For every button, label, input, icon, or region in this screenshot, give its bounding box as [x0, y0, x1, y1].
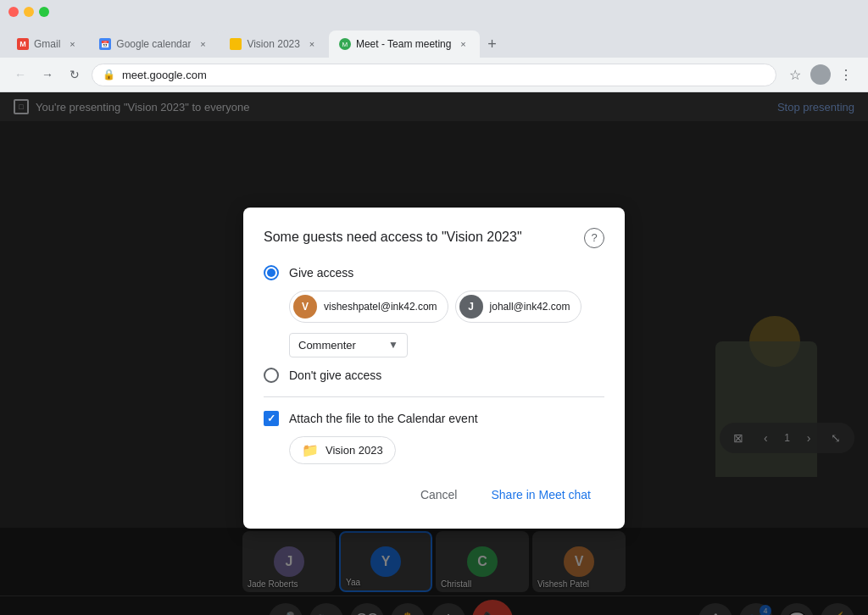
tab-calendar-title: Google calendar [116, 38, 191, 50]
file-name: Vision 2023 [326, 444, 383, 457]
gmail-favicon: M [17, 38, 29, 50]
user-email-2: johall@ink42.com [490, 301, 570, 313]
attach-checkbox-row[interactable]: ✓ Attach the file to the Calendar event [264, 411, 604, 426]
meet-favicon: M [339, 38, 351, 50]
tab-gmail[interactable]: M Gmail × [7, 30, 89, 58]
dialog-divider [264, 396, 604, 397]
share-in-meet-chat-button[interactable]: Share in Meet chat [477, 481, 604, 508]
dropdown-arrow-icon: ▼ [388, 339, 398, 351]
file-chip[interactable]: 📁 Vision 2023 [289, 436, 396, 464]
file-icon: 📁 [302, 442, 319, 458]
user-chip-1[interactable]: V visheshpatel@ink42.com [289, 291, 448, 323]
user-avatar-1: V [293, 295, 317, 319]
tab-slides[interactable]: Vision 2023 × [220, 30, 329, 58]
permission-label: Commenter [298, 339, 385, 352]
browser-chrome: M Gmail × 📅 Google calendar × Vision 202… [0, 0, 868, 92]
give-access-radio[interactable] [264, 265, 279, 280]
dialog-header: Some guests need access to "Vision 2023"… [264, 228, 604, 248]
address-bar-row: ← → ↻ 🔒 meet.google.com ☆ ⋮ [0, 58, 868, 91]
dont-give-access-option[interactable]: Don't give access [264, 368, 604, 383]
cancel-button[interactable]: Cancel [407, 481, 471, 508]
new-tab-button[interactable]: + [480, 32, 504, 56]
permission-dropdown[interactable]: Commenter ▼ [289, 333, 408, 357]
tab-gmail-close[interactable]: × [65, 37, 79, 51]
access-dialog: Some guests need access to "Vision 2023"… [243, 208, 625, 529]
maximize-window-button[interactable] [39, 7, 49, 17]
more-options-button[interactable]: ⋮ [834, 63, 858, 86]
dialog-footer: Cancel Share in Meet chat [264, 481, 604, 508]
give-access-label: Give access [289, 266, 353, 280]
tab-meet[interactable]: M Meet - Team meeting × [329, 30, 481, 58]
modal-overlay: Some guests need access to "Vision 2023"… [0, 92, 868, 615]
tab-calendar[interactable]: 📅 Google calendar × [89, 30, 220, 58]
back-button[interactable]: ← [10, 64, 31, 85]
lock-icon: 🔒 [103, 69, 115, 80]
user-avatar-img-2: J [459, 295, 483, 319]
profile-avatar[interactable] [810, 64, 831, 85]
bookmark-button[interactable]: ☆ [783, 63, 807, 86]
users-row: V visheshpatel@ink42.com J johall@ink42.… [289, 291, 604, 323]
checkbox-check-icon: ✓ [267, 413, 275, 424]
tab-gmail-title: Gmail [34, 38, 60, 50]
tab-meet-close[interactable]: × [456, 37, 470, 51]
dialog-title: Some guests need access to "Vision 2023" [264, 228, 522, 247]
browser-toolbar-actions: ☆ ⋮ [783, 63, 858, 86]
address-bar[interactable]: 🔒 meet.google.com [92, 64, 776, 86]
give-access-radio-inner [267, 269, 275, 277]
attach-checkbox[interactable]: ✓ [264, 411, 279, 426]
attach-label: Attach the file to the Calendar event [289, 412, 478, 425]
address-text: meet.google.com [122, 69, 207, 81]
calendar-favicon: 📅 [99, 38, 111, 50]
dont-give-access-label: Don't give access [289, 368, 381, 382]
tab-meet-title: Meet - Team meeting [356, 38, 452, 50]
give-access-option[interactable]: Give access [264, 265, 604, 280]
tab-calendar-close[interactable]: × [196, 37, 209, 51]
tab-slides-close[interactable]: × [305, 37, 319, 51]
user-avatar-img-1: V [293, 295, 317, 319]
slides-favicon [230, 38, 242, 50]
traffic-lights [0, 0, 868, 24]
minimize-window-button[interactable] [24, 7, 34, 17]
reload-button[interactable]: ↻ [64, 64, 85, 85]
dont-give-access-radio[interactable] [264, 368, 279, 383]
help-button[interactable]: ? [584, 228, 604, 248]
user-email-1: visheshpatel@ink42.com [324, 301, 437, 313]
meet-content: □ You're presenting "Vision 2023" to eve… [0, 92, 868, 615]
close-window-button[interactable] [8, 7, 19, 17]
tab-bar: M Gmail × 📅 Google calendar × Vision 202… [0, 24, 868, 58]
user-avatar-2: J [459, 295, 483, 319]
forward-button[interactable]: → [37, 64, 58, 85]
user-chip-2[interactable]: J johall@ink42.com [455, 291, 581, 323]
tab-slides-title: Vision 2023 [247, 38, 300, 50]
